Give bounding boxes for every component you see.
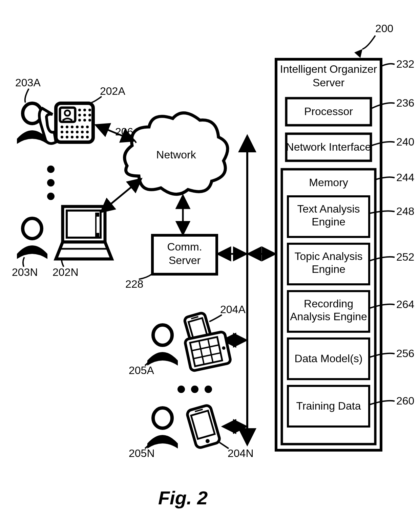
leader-203a [25, 89, 29, 103]
svg-point-21 [66, 131, 68, 133]
processor-label: Processor [304, 105, 353, 117]
data-models-label: Data Model(s) [295, 352, 363, 365]
user-205n-label: 205N [129, 447, 155, 459]
server-box: Intelligent Organizer Server Processor N… [276, 59, 381, 450]
svg-point-30 [81, 136, 84, 138]
device-202a-label: 202A [100, 85, 125, 97]
topic-engine-l2: Engine [312, 263, 345, 275]
system-ref-text: 200 [375, 22, 393, 35]
svg-point-31 [86, 136, 89, 138]
device-202n-label: 202N [52, 266, 79, 278]
svg-point-14 [61, 126, 63, 128]
ref-248: 248 [396, 205, 414, 217]
svg-point-42 [153, 325, 172, 345]
svg-point-32 [47, 166, 55, 173]
ref-232: 232 [396, 58, 414, 70]
svg-point-26 [61, 136, 63, 138]
ref-252: 252 [396, 251, 414, 263]
svg-rect-38 [96, 213, 99, 217]
rec-engine-l2: Analysis Engine [290, 310, 367, 323]
svg-point-56 [205, 386, 212, 393]
topic-engine-l1: Topic Analysis [295, 250, 363, 262]
svg-marker-0 [354, 49, 362, 58]
svg-point-11 [78, 119, 81, 122]
text-engine-l1: Text Analysis [297, 203, 360, 215]
ref-264: 264 [396, 298, 414, 310]
svg-point-54 [177, 386, 185, 393]
ref-236: 236 [396, 97, 414, 109]
ref-260: 260 [396, 395, 414, 407]
rec-engine-l1: Recording [304, 298, 353, 310]
ref-240: 240 [396, 136, 414, 148]
leader-228 [139, 274, 152, 279]
system-ref: 200 [354, 22, 393, 58]
svg-point-27 [66, 136, 68, 138]
figure-caption: Fig. 2 [158, 487, 208, 508]
device-204n-label: 204N [228, 447, 254, 459]
network-cloud: Network [125, 113, 228, 194]
svg-point-33 [47, 179, 55, 187]
svg-point-15 [66, 126, 68, 128]
device-204a-label: 204A [220, 303, 246, 315]
svg-point-57 [153, 408, 172, 428]
svg-point-24 [81, 131, 84, 133]
leader-204a [209, 315, 222, 322]
server-title1: Intelligent Organizer [280, 63, 377, 75]
network-label: Network [156, 149, 196, 161]
svg-rect-48 [190, 337, 222, 366]
network-if-label: Network Interface [286, 141, 371, 153]
comm-server-line2: Server [169, 254, 201, 266]
user-203n-icon [17, 218, 47, 259]
svg-point-5 [78, 109, 81, 111]
server-title2: Server [313, 77, 345, 89]
ellipsis-left [47, 166, 55, 200]
svg-point-7 [88, 109, 91, 111]
ellipsis-right [177, 386, 212, 393]
svg-point-19 [86, 126, 89, 128]
svg-point-10 [88, 114, 91, 116]
user-205n-icon [147, 408, 178, 449]
text-engine-l2: Engine [312, 216, 345, 228]
svg-point-18 [81, 126, 84, 128]
svg-point-29 [76, 136, 79, 138]
memory-label: Memory [309, 176, 348, 189]
comm-server-ref: 228 [125, 278, 143, 290]
leader-203n [23, 257, 24, 267]
svg-point-23 [76, 131, 79, 133]
comm-server: Comm. Server [152, 235, 217, 274]
svg-point-6 [83, 109, 86, 111]
svg-point-12 [83, 119, 86, 122]
svg-rect-39 [96, 233, 99, 237]
svg-point-35 [23, 218, 42, 239]
device-204a [184, 312, 231, 371]
leader-202a [91, 96, 102, 103]
svg-point-16 [71, 126, 74, 128]
device-204n [186, 405, 220, 449]
svg-point-25 [86, 131, 89, 133]
user-205a-icon [147, 325, 178, 366]
device-202n [56, 206, 112, 259]
svg-point-9 [83, 114, 86, 116]
svg-point-55 [191, 386, 198, 393]
ref-256: 256 [396, 347, 414, 359]
svg-point-8 [78, 114, 81, 116]
comm-server-line1: Comm. [167, 241, 202, 253]
link-202n-network [102, 179, 141, 212]
svg-point-28 [71, 136, 74, 138]
svg-point-13 [88, 119, 91, 122]
leader-202n [62, 260, 64, 267]
svg-point-34 [47, 193, 55, 200]
ref-244: 244 [396, 171, 414, 183]
device-202a [39, 103, 93, 144]
svg-point-22 [71, 131, 74, 133]
leader-204n [219, 442, 229, 449]
user-203n-label: 203N [12, 266, 38, 278]
training-label: Training Data [296, 400, 361, 412]
svg-point-20 [61, 131, 63, 133]
svg-point-17 [76, 126, 79, 128]
user-205a-label: 205A [129, 364, 154, 376]
user-203a-label: 203A [15, 77, 41, 89]
